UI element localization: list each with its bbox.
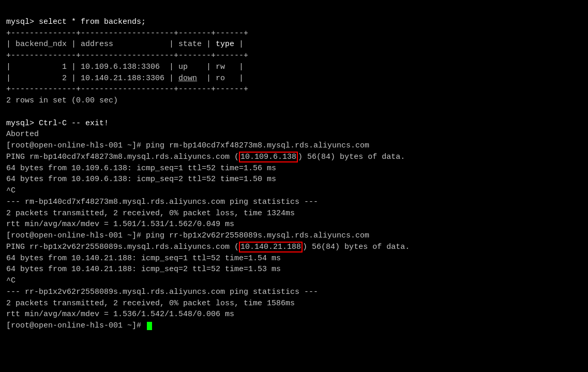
- terminal-output: mysql> select * from backends; +--------…: [6, 5, 582, 332]
- line-11: Aborted: [6, 130, 39, 139]
- line-17: --- rm-bp140cd7xf48273m8.mysql.rds.aliyu…: [6, 198, 318, 206]
- line-22: 64 bytes from 10.140.21.188: icmp_seq=1 …: [6, 254, 281, 263]
- line-8: 2 rows in set (0.00 sec): [6, 96, 118, 105]
- line-2: +--------------+--------------------+---…: [6, 29, 248, 38]
- line-4: +--------------+--------------------+---…: [6, 51, 248, 60]
- line-14: 64 bytes from 10.109.6.138: icmp_seq=1 t…: [6, 164, 276, 173]
- line-10: mysql> Ctrl-C -- exit!: [6, 119, 109, 128]
- line-21: PING rr-bp1x2v62r2558089s.mysql.rds.aliy…: [6, 242, 410, 252]
- line-3: | backend_ndx | address | state | type |: [6, 40, 244, 49]
- line-24: ^C: [6, 276, 16, 285]
- line-13: PING rm-bp140cd7xf48273m8.mysql.rds.aliy…: [6, 152, 405, 162]
- line-16: ^C: [6, 186, 16, 195]
- line-1: mysql> select * from backends;: [6, 18, 146, 26]
- line-25: --- rr-bp1x2v62r2558089s.mysql.rds.aliyu…: [6, 288, 318, 296]
- cursor: [147, 322, 152, 330]
- line-5: | 1 | 10.109.6.138:3306 | up | rw |: [6, 63, 244, 71]
- line-23: 64 bytes from 10.140.21.188: icmp_seq=2 …: [6, 265, 281, 274]
- line-28: [root@open-online-hls-001 ~]#: [6, 321, 152, 330]
- line-12: [root@open-online-hls-001 ~]# ping rm-bp…: [6, 141, 369, 150]
- line-7: +--------------+--------------------+---…: [6, 85, 248, 94]
- line-6: | 2 | 10.140.21.188:3306 | down | ro |: [6, 74, 244, 83]
- line-20: [root@open-online-hls-001 ~]# ping rr-bp…: [6, 231, 369, 240]
- line-27: rtt min/avg/max/mdev = 1.536/1.542/1.548…: [6, 310, 234, 319]
- line-18: 2 packets transmitted, 2 received, 0% pa…: [6, 209, 295, 218]
- line-19: rtt min/avg/max/mdev = 1.501/1.531/1.562…: [6, 220, 234, 229]
- line-26: 2 packets transmitted, 2 received, 0% pa…: [6, 299, 295, 308]
- line-15: 64 bytes from 10.109.6.138: icmp_seq=2 t…: [6, 175, 276, 184]
